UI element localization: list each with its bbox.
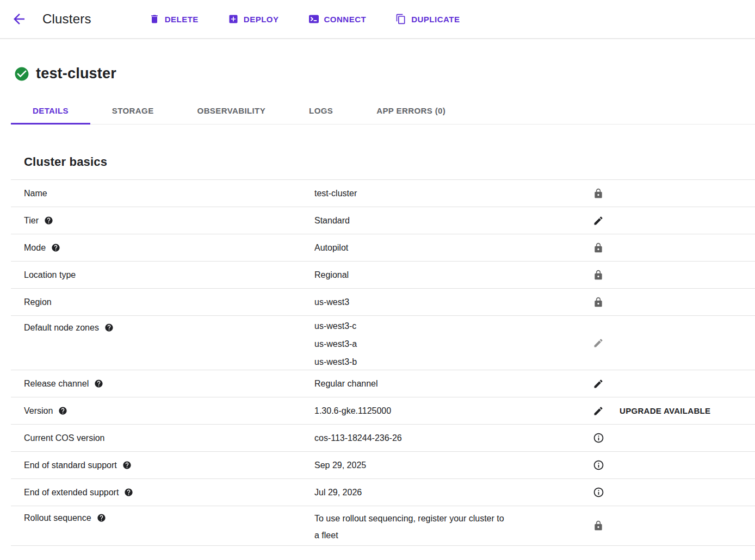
help-icon[interactable] [44, 216, 53, 225]
lock-icon [593, 242, 604, 253]
row-value: us-west3-c us-west3-a us-west3-b [314, 316, 357, 371]
row-value: Autopilot [314, 243, 348, 253]
edit-icon[interactable] [593, 378, 604, 389]
lock-icon [593, 297, 604, 308]
tab-bar: DETAILS STORAGE OBSERVABILITY LOGS APP E… [11, 97, 755, 125]
edit-icon-disabled [593, 338, 604, 349]
row-value: 1.30.6-gke.1125000 [314, 406, 391, 416]
duplicate-icon [395, 14, 406, 24]
page-title: Clusters [42, 11, 91, 27]
duplicate-button[interactable]: DUPLICATE [395, 14, 460, 24]
row-label: End of standard support [24, 461, 117, 470]
help-icon[interactable] [94, 379, 103, 388]
duplicate-button-label: DUPLICATE [411, 15, 460, 24]
info-icon[interactable] [593, 459, 604, 471]
lock-icon [593, 270, 604, 281]
add-box-icon [228, 14, 239, 24]
upgrade-available-link[interactable]: UPGRADE AVAILABLE [620, 406, 710, 415]
edit-icon[interactable] [593, 215, 604, 226]
back-button[interactable] [8, 8, 30, 30]
deploy-button[interactable]: DEPLOY [228, 14, 279, 24]
row-label: Tier [24, 216, 39, 226]
table-row-end-of-standard-support: End of standard support Sep 29, 2025 [11, 451, 755, 478]
connect-button-label: CONNECT [324, 15, 367, 24]
help-icon[interactable] [124, 488, 133, 497]
tab-storage[interactable]: STORAGE [90, 97, 176, 124]
table-row-current-cos-version: Current COS version cos-113-18244-236-26 [11, 424, 755, 451]
tab-observability[interactable]: OBSERVABILITY [176, 97, 288, 124]
row-label: Release channel [24, 379, 89, 389]
row-value: test-cluster [314, 189, 357, 198]
row-value: Regional [314, 270, 349, 280]
row-value: Jul 29, 2026 [314, 488, 362, 497]
row-label: End of extended support [24, 488, 119, 497]
table-row-rollout-sequence: Rollout sequence To use rollout sequenci… [11, 506, 755, 545]
table-row-version: Version 1.30.6-gke.1125000 UPGRADE AVAIL… [11, 397, 755, 424]
info-icon[interactable] [593, 487, 604, 498]
row-value: cos-113-18244-236-26 [314, 433, 402, 443]
check-circle-icon [14, 66, 30, 82]
lock-icon [593, 520, 604, 531]
table-row-end-of-extended-support: End of extended support Jul 29, 2026 [11, 478, 755, 506]
tab-app-errors[interactable]: APP ERRORS (0) [355, 97, 467, 124]
row-value: To use rollout sequencing, register your… [314, 506, 504, 544]
row-label: Current COS version [24, 433, 105, 443]
table-row-tier: Tier Standard [11, 207, 755, 234]
toolbar-actions: DELETE DEPLOY CONNECT DUPLICATE [149, 14, 460, 24]
row-value: Sep 29, 2025 [314, 461, 366, 470]
table-row-default-node-zones: Default node zones us-west3-c us-west3-a… [11, 315, 755, 370]
cluster-header: test-cluster [14, 65, 755, 82]
help-icon[interactable] [97, 513, 106, 522]
terminal-icon [308, 14, 319, 24]
app-toolbar: Clusters DELETE DEPLOY CONNECT DUPLICATE [0, 0, 755, 39]
lock-icon [593, 188, 604, 199]
tab-logs[interactable]: LOGS [287, 97, 355, 124]
delete-button[interactable]: DELETE [149, 14, 199, 24]
section-title: Cluster basics [24, 155, 755, 169]
info-icon[interactable] [593, 432, 604, 444]
row-value: Regular channel [314, 379, 378, 389]
table-row-release-channel: Release channel Regular channel [11, 370, 755, 397]
connect-button[interactable]: CONNECT [308, 14, 367, 24]
help-icon[interactable] [51, 243, 60, 252]
help-icon[interactable] [58, 406, 67, 415]
table-row-mode: Mode Autopilot [11, 234, 755, 261]
delete-button-label: DELETE [165, 15, 199, 24]
cluster-name: test-cluster [36, 65, 116, 82]
arrow-back-icon [11, 11, 27, 27]
tab-details[interactable]: DETAILS [11, 97, 90, 124]
row-label: Rollout sequence [24, 513, 91, 523]
deploy-button-label: DEPLOY [244, 15, 279, 24]
row-label: Default node zones [24, 323, 99, 333]
help-icon[interactable] [104, 323, 114, 332]
edit-icon[interactable] [593, 406, 604, 416]
row-value: us-west3 [314, 297, 349, 307]
table-row-location-type: Location type Regional [11, 261, 755, 288]
table-row-region: Region us-west3 [11, 288, 755, 315]
row-label: Name [24, 189, 47, 198]
row-label: Mode [24, 243, 46, 253]
cluster-basics-table: Name test-cluster Tier Standard Mode Aut… [11, 179, 755, 546]
row-label: Location type [24, 270, 76, 280]
row-label: Version [24, 406, 53, 416]
trash-icon [149, 14, 160, 24]
row-value: Standard [314, 216, 350, 226]
table-row-name: Name test-cluster [11, 179, 755, 207]
help-icon[interactable] [122, 461, 132, 470]
row-label: Region [24, 297, 52, 307]
